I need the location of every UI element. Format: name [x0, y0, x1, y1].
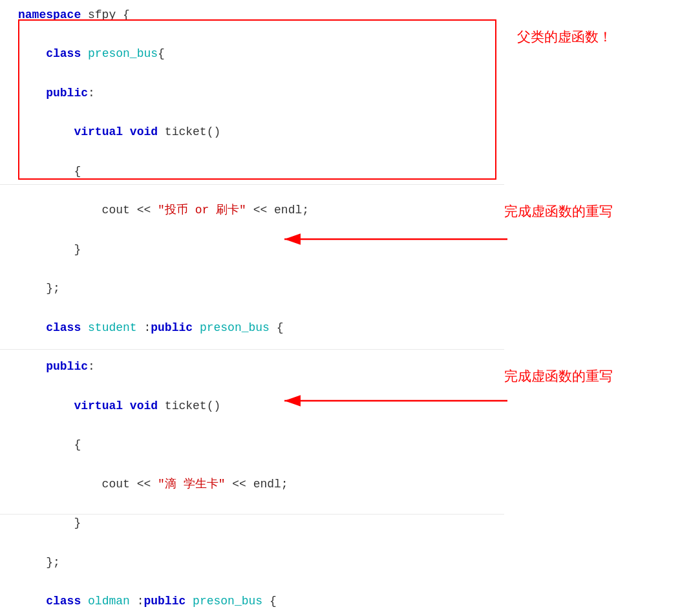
line-public1: public: — [18, 83, 691, 103]
annotation-parent-virtual: 父类的虚函数！ — [517, 26, 612, 48]
line-end2: }; — [18, 553, 691, 572]
line-brace1-close: } — [18, 240, 691, 259]
code-block: namespace sfpy { class preson_bus{ publi… — [0, 0, 691, 616]
annotation-override-2: 完成虚函数的重写 — [504, 365, 613, 387]
line-class2: class student :public preson_bus { — [18, 318, 691, 337]
line-class3: class oldman :public preson_bus { — [18, 591, 691, 611]
line-brace2-close: } — [18, 513, 691, 533]
line-namespace: namespace sfpy { — [18, 5, 691, 25]
divider-3 — [0, 514, 504, 515]
divider-2 — [0, 349, 504, 350]
divider-1 — [0, 184, 504, 185]
line-brace1-open: { — [18, 162, 691, 181]
annotation-override-1: 完成虚函数的重写 — [504, 200, 613, 222]
line-virtual1: virtual void ticket() — [18, 122, 691, 142]
line-brace2-open: { — [18, 435, 691, 454]
line-virtual2: virtual void ticket() — [18, 396, 691, 416]
line-cout2: cout << "滴 学生卡" << endl; — [18, 474, 691, 494]
line-end1: }; — [18, 279, 691, 298]
